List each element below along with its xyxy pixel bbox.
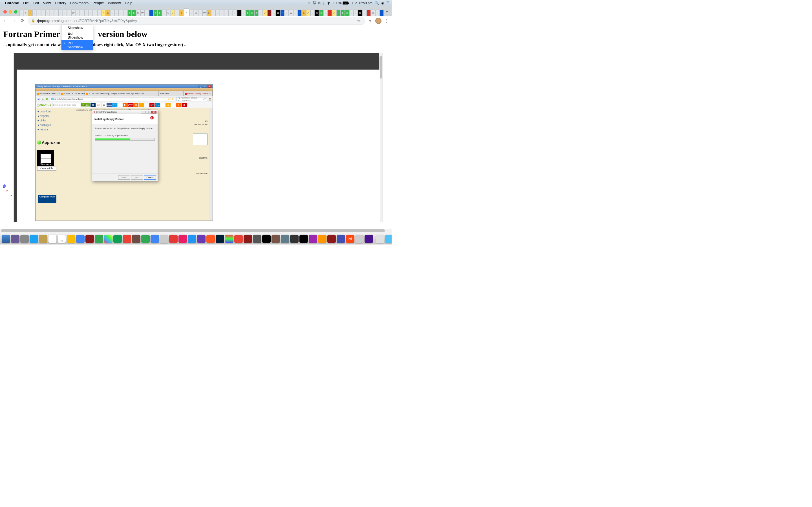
pinned-tab[interactable]: ▫ <box>229 10 232 16</box>
app-name[interactable]: Chrome <box>5 1 19 5</box>
pinned-tab[interactable]: e <box>345 10 349 16</box>
minimize-icon[interactable]: _ <box>199 85 202 88</box>
ff-tab[interactable]: Brunch for Mum - Menu ...× <box>36 91 60 96</box>
pinned-tab[interactable]: ▫ <box>220 10 223 16</box>
pinned-tab[interactable]: ▫ <box>380 10 384 16</box>
slideshow-select-dropdown[interactable]: Slideshow Exif Slideshow PDF Slideshow <box>61 25 93 50</box>
ff-tab[interactable]: New Tab <box>159 91 183 96</box>
back-button[interactable]: ← <box>2 18 8 24</box>
pinned-tab[interactable]: ▫ <box>28 10 32 16</box>
new-tab-button[interactable]: + <box>384 9 390 16</box>
active-tab[interactable]: × <box>184 8 189 16</box>
tb-icon[interactable]: ▥ <box>117 103 122 107</box>
dock-app[interactable] <box>355 235 364 243</box>
option-pdf-slideshow[interactable]: PDF Slideshow <box>61 40 93 50</box>
pinned-tab[interactable]: ▫ <box>75 10 80 16</box>
dock-app[interactable] <box>39 235 47 243</box>
extension-icon[interactable]: ▼ <box>367 18 373 24</box>
pinned-tab[interactable]: ▫ <box>198 10 202 16</box>
pinned-tab[interactable]: e <box>341 10 345 16</box>
spotlight-icon[interactable]: 🔍 <box>375 1 379 5</box>
pinned-tab[interactable]: ▫ <box>45 10 49 16</box>
pinned-tab[interactable]: P <box>297 10 301 16</box>
tb-icon[interactable]: → <box>139 103 144 107</box>
pinned-tab[interactable]: ▫ <box>259 10 262 16</box>
pinned-tab[interactable]: ▫ <box>119 10 123 16</box>
pinned-tab[interactable]: e <box>254 10 258 16</box>
tb-icon[interactable]: ◆ <box>165 103 170 107</box>
close-icon[interactable]: X <box>207 85 211 88</box>
scrollbar-thumb[interactable] <box>379 56 382 78</box>
sidebar-link[interactable]: Forums <box>37 127 73 132</box>
dock-app[interactable] <box>253 235 261 243</box>
pinned-tab[interactable]: a <box>179 10 183 16</box>
menu-edit[interactable]: Edit <box>33 1 39 5</box>
notification-center-icon[interactable]: ☰ <box>386 1 389 5</box>
menubar-icon[interactable]: ✦ <box>308 1 310 5</box>
pinned-tab[interactable]: ▫ <box>175 10 179 16</box>
dock-app[interactable] <box>123 235 131 243</box>
dock-app[interactable] <box>11 235 19 243</box>
close-icon[interactable]: X <box>151 111 156 114</box>
menu-view[interactable]: View <box>43 1 51 5</box>
pinned-tab[interactable]: a <box>207 10 211 16</box>
pinned-tab[interactable]: ▫ <box>285 10 289 16</box>
chrome-menu-icon[interactable]: ⋮ <box>384 18 389 24</box>
sidebar-link[interactable]: Download <box>37 109 73 114</box>
ff-forward-icon[interactable]: ► <box>41 97 45 101</box>
cancel-button[interactable]: Cancel <box>144 175 156 180</box>
menu-bookmarks[interactable]: Bookmarks <box>70 1 89 5</box>
minimize-window[interactable] <box>9 10 12 13</box>
pinned-tab[interactable]: e <box>132 10 136 16</box>
pinned-tab[interactable]: ▫ <box>84 10 88 16</box>
ff-home-icon[interactable]: 🏠 <box>208 98 211 101</box>
tb-icon[interactable]: Select Radio <box>128 103 133 107</box>
pinned-tab[interactable]: ▫ <box>149 10 153 16</box>
pinned-tab[interactable]: ▾ <box>24 10 28 16</box>
dock-app[interactable] <box>132 235 140 243</box>
dock-app[interactable] <box>281 235 289 243</box>
menu-window[interactable]: Window <box>108 1 121 5</box>
firefox-menubar[interactable] <box>36 88 213 91</box>
pinned-tab[interactable]: ✓ <box>263 10 267 16</box>
tb-icon[interactable]: eb <box>96 103 101 107</box>
dock-app[interactable] <box>327 235 336 243</box>
pinned-tab[interactable]: ▫ <box>33 10 36 16</box>
minimize-icon[interactable]: _ <box>141 111 146 114</box>
pinned-tab[interactable]: ▫ <box>323 10 327 16</box>
pinned-tab[interactable]: ▫ <box>50 10 54 16</box>
pinned-tab[interactable]: ▫ <box>349 10 353 16</box>
dock-app[interactable] <box>30 235 38 243</box>
pinned-tab[interactable]: S <box>358 10 362 16</box>
tb-icon[interactable]: ▦ <box>160 103 165 107</box>
dock-app[interactable] <box>337 235 345 243</box>
ff-tab[interactable]: About Us - RJM Program...× <box>60 91 85 96</box>
tb-icon[interactable]: ↻→a <box>155 103 160 107</box>
pinned-tab[interactable]: ▫ <box>336 10 340 16</box>
clock[interactable]: Tue 12:50 pm <box>352 1 372 5</box>
pinned-tab[interactable]: e <box>246 10 250 16</box>
close-tab-icon[interactable]: × <box>186 11 188 14</box>
pinned-tab[interactable]: e <box>250 10 254 16</box>
pinned-tab[interactable]: ✓ <box>101 10 105 16</box>
pinned-tab[interactable]: W <box>202 10 206 16</box>
wifi-icon[interactable] <box>327 1 331 5</box>
pinned-tab[interactable]: ▫ <box>67 10 71 16</box>
ff-tab[interactable]: HTML and Javascript and...× <box>85 91 109 96</box>
pinned-tab[interactable]: ▫ <box>241 10 245 16</box>
dock-app[interactable] <box>151 235 159 243</box>
pinned-tab[interactable]: S <box>315 10 319 16</box>
dock-app[interactable] <box>104 235 112 243</box>
ff-home-icon[interactable]: ✿ <box>46 97 49 101</box>
pinned-tab[interactable]: ▫ <box>362 10 366 16</box>
pinned-tab[interactable]: ▫ <box>162 10 166 16</box>
tb-icon[interactable]: ▶ <box>123 103 128 107</box>
pinned-tab[interactable]: ▫ <box>54 10 58 16</box>
pinned-tab[interactable]: ▫ <box>110 10 114 16</box>
ff-new-tab[interactable]: + <box>208 91 213 96</box>
tb-icon[interactable]: facebook <box>107 103 112 107</box>
pinned-tab[interactable]: ▫ <box>367 10 371 16</box>
pinned-tab[interactable]: ▫ <box>58 10 62 16</box>
ff-tab[interactable]: Simply Fortran from App...× <box>109 91 134 96</box>
menu-people[interactable]: People <box>93 1 104 5</box>
